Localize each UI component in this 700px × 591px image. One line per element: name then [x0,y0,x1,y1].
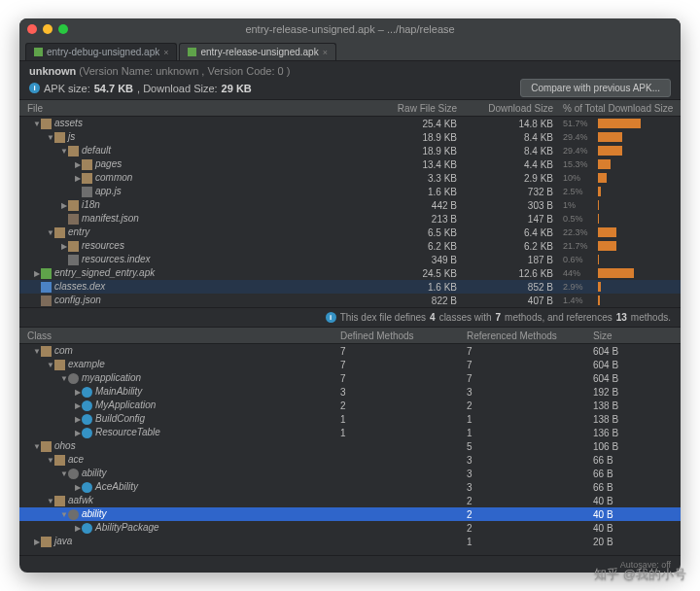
class-row[interactable]: ▼ohos5106 B [19,439,681,453]
file-icon [68,255,79,265]
class-icon [82,387,92,398]
close-tab-icon[interactable]: × [323,48,328,57]
class-row[interactable]: ▼example77604 B [19,358,681,371]
class-row[interactable]: ▶BuildConfig11138 B [19,412,681,426]
class-row[interactable]: ▼ability366 B [19,467,681,480]
folder-icon [82,159,92,170]
class-row[interactable]: ▶AceAbility366 B [19,480,681,494]
info-icon: i [29,83,40,93]
folder-icon [41,119,52,129]
chevron-icon[interactable]: ▶ [33,269,41,278]
class-row[interactable]: ▶MyApplication22138 B [19,399,681,412]
editor-tab[interactable]: entry-debug-unsigned.apk× [25,43,177,60]
class-icon [82,400,92,411]
close-tab-icon[interactable]: × [163,48,168,57]
titlebar[interactable]: entry-release-unsigned.apk – .../hap/rel… [19,18,681,40]
file-table-header: File Raw File Size Download Size % of To… [19,99,681,117]
apk-name: unknown [29,65,76,77]
chevron-icon[interactable]: ▼ [60,374,68,383]
chevron-icon[interactable]: ▼ [33,120,41,128]
chevron-icon[interactable]: ▼ [60,147,68,156]
chevron-icon[interactable]: ▶ [74,160,82,169]
chevron-icon[interactable]: ▶ [74,388,82,397]
class-row[interactable]: ▶AbilityPackage240 B [19,521,681,535]
chevron-icon[interactable]: ▼ [60,469,68,478]
class-icon [82,523,92,534]
file-row[interactable]: classes.dex1.6 KB852 B2.9% [19,280,681,294]
class-row[interactable]: ▼com77604 B [19,344,681,358]
chevron-icon[interactable]: ▼ [33,442,41,451]
folder-icon [82,173,92,184]
chevron-icon[interactable]: ▶ [74,524,82,533]
chevron-icon[interactable]: ▶ [74,483,82,492]
dex-info-bar: i This dex file defines 4 classes with 7… [19,307,681,327]
window-title: entry-release-unsigned.apk – .../hap/rel… [19,23,681,35]
pkg-icon [68,373,79,384]
folder-icon [54,455,65,466]
file-row[interactable]: ▼assets25.4 KB14.8 KB51.7% [19,117,681,130]
class-row[interactable]: ▼aafwk240 B [19,494,681,507]
file-row[interactable]: ▶entry_signed_entry.apk24.5 KB12.6 KB44% [19,266,681,280]
file-table[interactable]: ▼assets25.4 KB14.8 KB51.7%▼js18.9 KB8.4 … [19,117,681,307]
chevron-icon[interactable]: ▼ [60,510,68,519]
apk-icon [41,268,52,279]
file-row[interactable]: ▶resources6.2 KB6.2 KB21.7% [19,239,681,253]
watermark: 知乎 @我的小号 [594,566,686,583]
class-icon [82,482,92,493]
chevron-icon[interactable]: ▼ [47,456,54,465]
chevron-icon[interactable]: ▼ [47,361,54,369]
chevron-icon[interactable]: ▶ [60,201,68,210]
app-window: entry-release-unsigned.apk – .../hap/rel… [19,18,681,573]
chevron-icon[interactable]: ▶ [33,538,41,546]
chevron-icon[interactable]: ▼ [47,228,54,237]
class-row[interactable]: ▶java120 B [19,535,681,548]
chevron-icon[interactable]: ▼ [47,497,54,505]
chevron-icon[interactable]: ▶ [74,174,82,183]
file-row[interactable]: ▶common3.3 KB2.9 KB10% [19,171,681,185]
chevron-icon[interactable]: ▶ [74,401,82,410]
class-row[interactable]: ▶ResourceTable11136 B [19,426,681,439]
chevron-icon[interactable]: ▶ [60,242,68,251]
file-row[interactable]: ▶pages13.4 KB4.4 KB15.3% [19,157,681,171]
file-row[interactable]: ▼default18.9 KB8.4 KB29.4% [19,144,681,157]
folder-icon [41,441,52,452]
json-icon [41,296,52,306]
file-row[interactable]: resources.index349 B187 B0.6% [19,253,681,266]
status-bar: Autosave: off [19,555,681,573]
file-row[interactable]: config.json822 B407 B1.4% [19,294,681,307]
json-icon [68,214,79,225]
compare-button[interactable]: Compare with previous APK... [520,79,671,97]
class-row[interactable]: ▼ability240 B [19,507,681,521]
folder-icon [54,227,65,238]
pkg-icon [68,469,79,479]
class-row[interactable]: ▼myapplication77604 B [19,371,681,385]
folder-icon [54,360,65,370]
file-row[interactable]: ▼js18.9 KB8.4 KB29.4% [19,130,681,144]
file-row[interactable]: app.js1.6 KB732 B2.5% [19,185,681,198]
apk-icon [188,48,196,56]
dex-icon [41,282,52,293]
editor-tabs: entry-debug-unsigned.apk×entry-release-u… [19,40,681,61]
info-icon: i [326,312,336,323]
chevron-icon[interactable]: ▼ [47,133,54,142]
folder-icon [68,200,79,211]
file-row[interactable]: ▶i18n442 B303 B1% [19,198,681,212]
chevron-icon[interactable]: ▼ [33,347,41,356]
chevron-icon[interactable]: ▶ [74,415,82,424]
class-row[interactable]: ▶MainAbility33192 B [19,385,681,399]
class-table-header: Class Defined Methods Referenced Methods… [19,327,681,344]
pkg-icon [68,509,79,520]
file-row[interactable]: ▼entry6.5 KB6.4 KB22.3% [19,226,681,239]
folder-icon [54,496,65,506]
class-icon [82,428,92,438]
folder-icon [54,132,65,143]
class-row[interactable]: ▼ace366 B [19,453,681,467]
apk-icon [34,48,43,56]
folder-icon [68,146,79,156]
folder-icon [68,241,79,252]
file-row[interactable]: manifest.json213 B147 B0.5% [19,212,681,226]
apk-summary: unknown (Version Name: unknown , Version… [19,61,681,99]
editor-tab[interactable]: entry-release-unsigned.apk× [179,43,335,60]
class-table[interactable]: ▼com77604 B▼example77604 B▼myapplication… [19,344,681,548]
chevron-icon[interactable]: ▶ [74,429,82,437]
